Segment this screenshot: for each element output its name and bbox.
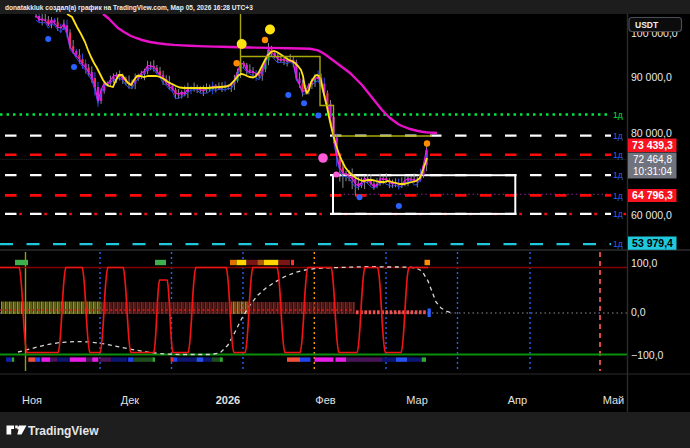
svg-text:90 000,0: 90 000,0 [631,71,672,83]
svg-text:10:31:04: 10:31:04 [633,166,672,177]
svg-text:−100,0: −100,0 [631,349,664,361]
svg-text:1д: 1д [613,131,623,141]
svg-text:60 000,0: 60 000,0 [631,209,672,221]
svg-text:1д: 1д [613,150,623,160]
svg-text:1д: 1д [613,239,623,249]
svg-text:53 979,4: 53 979,4 [632,237,673,249]
svg-text:2026: 2026 [216,394,240,406]
svg-text:donatakkluk создал(а) график н: donatakkluk создал(а) график на TradingV… [5,4,253,12]
svg-text:1д: 1д [613,170,623,180]
svg-text:1д: 1д [613,110,623,120]
svg-text:Мар: Мар [406,394,428,406]
svg-text:Май: Май [603,394,625,406]
svg-text:64 796,3: 64 796,3 [632,189,673,201]
svg-text:80 000,0: 80 000,0 [631,127,672,139]
svg-text:Ноя: Ноя [22,394,42,406]
svg-text:Фев: Фев [315,394,335,406]
svg-text:TradingView: TradingView [28,424,99,438]
svg-text:0,0: 0,0 [631,306,646,318]
svg-text:72 464,8: 72 464,8 [633,154,672,165]
svg-text:100,0: 100,0 [631,257,657,269]
svg-text:Дек: Дек [121,394,140,406]
svg-text:Апр: Апр [508,394,527,406]
svg-text:USDT: USDT [635,20,659,30]
svg-text:73 439,3: 73 439,3 [632,139,673,151]
svg-text:1д: 1д [613,191,623,201]
svg-text:1д: 1д [613,209,623,219]
